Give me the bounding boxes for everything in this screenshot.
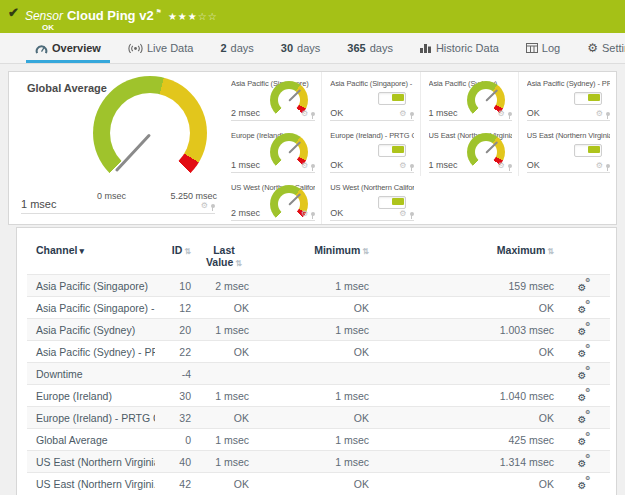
cell-minimum: 1 msec (253, 429, 373, 451)
table-row: Europe (Ireland) - PRTG Cl...32OKOKOK (27, 407, 610, 429)
status-toggle-indicator (574, 92, 602, 105)
channel-panel[interactable]: Asia Pacific (Singapore)2 msec⚙ (223, 72, 321, 124)
gear-icon[interactable]: ⚙ (596, 110, 603, 118)
tab-historic-data[interactable]: Historic Data (411, 33, 508, 63)
gear-icon[interactable]: ⚙ (498, 162, 505, 170)
table-row: Downtime-4 (27, 363, 610, 385)
channel-panel-value-row: 1 msec⚙ (429, 160, 512, 173)
pin-icon[interactable] (508, 164, 512, 168)
status-toggle-indicator (378, 144, 406, 157)
cell-id: 22 (155, 341, 195, 363)
pin-icon[interactable] (311, 212, 315, 216)
channel-panel-value: OK (527, 160, 540, 170)
pin-icon[interactable] (410, 212, 414, 216)
main-gauge-title: Global Average (27, 82, 107, 94)
channel-settings-gears-icon[interactable] (578, 411, 591, 422)
gear-icon[interactable]: ⚙ (301, 110, 308, 118)
channel-settings-gears-icon[interactable] (578, 389, 591, 400)
channel-settings-gears-icon[interactable] (578, 323, 591, 334)
channel-panel-value-row: 2 msec⚙ (231, 108, 315, 121)
channel-panel-value-row: OK⚙ (527, 160, 610, 173)
gear-icon[interactable]: ⚙ (596, 162, 603, 170)
gear-icon[interactable]: ⚙ (399, 110, 406, 118)
table-row: Global Average01 msec1 msec425 msec (27, 429, 610, 451)
sensor-status-badge: OK (42, 23, 218, 32)
column-header-minimum[interactable]: Minimum⇅ (253, 242, 373, 275)
pin-icon[interactable] (606, 112, 610, 116)
cell-last-value: OK (195, 297, 253, 319)
gear-icon[interactable]: ⚙ (301, 162, 308, 170)
channel-panel[interactable]: US West (Northern California)2 msec⚙ (223, 176, 321, 224)
pin-icon[interactable] (508, 112, 512, 116)
cell-last-value: 1 msec (195, 451, 253, 473)
channel-panel[interactable]: Asia Pacific (Sydney) - PRTG ...OK⚙ (518, 72, 616, 124)
sort-icon: ⇅ (184, 247, 191, 256)
chart-icon (420, 43, 432, 53)
tab-number: 30 (281, 42, 293, 54)
gauge-needle (289, 141, 302, 154)
table-row: US East (Northern Virginia)401 msec1 mse… (27, 451, 610, 473)
gear-icon[interactable]: ⚙ (201, 202, 208, 210)
channel-panel[interactable]: Asia Pacific (Singapore) - PR...OK⚙ (321, 72, 419, 124)
channel-panel-value: 2 msec (231, 108, 260, 118)
toggle-knob (588, 94, 600, 101)
pin-icon[interactable] (311, 112, 315, 116)
cell-id: -4 (155, 363, 195, 385)
channel-settings-gears-icon[interactable] (578, 279, 591, 290)
channel-panel-value: 1 msec (429, 108, 458, 118)
tab-365-days[interactable]: 365days (338, 33, 402, 63)
toggle-knob (392, 198, 404, 205)
channel-panel[interactable]: US East (Northern Virginia) - ...OK⚙ (518, 124, 616, 176)
gear-icon[interactable]: ⚙ (301, 210, 308, 218)
channel-settings-gears-icon[interactable] (578, 345, 591, 356)
tab-log[interactable]: Log (517, 33, 569, 63)
channel-settings-gears-icon[interactable] (578, 477, 591, 488)
cell-last-value: 1 msec (195, 429, 253, 451)
column-header-id[interactable]: ID⇅ (155, 242, 195, 275)
status-toggle-indicator (574, 144, 602, 157)
pin-icon[interactable] (311, 164, 315, 168)
flag-icon[interactable]: ⚑ (156, 8, 162, 15)
channel-settings-gears-icon[interactable] (578, 455, 591, 466)
cell-id: 0 (155, 429, 195, 451)
pin-icon[interactable] (211, 204, 215, 208)
channel-panel[interactable]: US East (Northern Virginia)1 msec⚙ (420, 124, 518, 176)
cell-last-value: 2 msec (195, 275, 253, 297)
tab-label: Log (542, 42, 560, 54)
pin-icon[interactable] (410, 164, 414, 168)
pin-icon[interactable] (606, 164, 610, 168)
gauge-needle (485, 141, 498, 154)
tab-label: days (297, 42, 320, 54)
column-header-maximum[interactable]: Maximum⇅ (373, 242, 558, 275)
signal-icon (128, 43, 143, 53)
gear-icon[interactable]: ⚙ (399, 210, 406, 218)
pin-icon[interactable] (410, 112, 414, 116)
priority-stars[interactable]: ★★★☆☆ (168, 6, 218, 23)
channel-panel[interactable]: US West (Northern California)...OK⚙ (321, 176, 419, 224)
gear-icon[interactable]: ⚙ (399, 162, 406, 170)
tab-30-days[interactable]: 30days (272, 33, 330, 63)
stars-empty-icon[interactable]: ☆☆ (198, 11, 218, 22)
channel-panel[interactable]: Europe (Ireland) - PRTG Cloud...OK⚙ (321, 124, 419, 176)
tab-overview[interactable]: Overview (26, 33, 110, 63)
column-header-last-value[interactable]: Last Value⇅ (195, 242, 253, 275)
gear-icon[interactable]: ⚙ (498, 110, 505, 118)
sort-icon: ⇅ (362, 247, 369, 256)
cell-channel: Asia Pacific (Sydney) - PR... (27, 341, 155, 363)
stars-filled-icon[interactable]: ★★★ (168, 11, 198, 22)
channel-settings-gears-icon[interactable] (578, 301, 591, 312)
channel-panel-value-row: 1 msec⚙ (429, 108, 512, 121)
channel-settings-gears-icon[interactable] (578, 433, 591, 444)
table-row: Asia Pacific (Sydney) - PR...22OKOKOK (27, 341, 610, 363)
channel-panel[interactable]: Asia Pacific (Sydney)1 msec⚙ (420, 72, 518, 124)
status-toggle-indicator (378, 92, 406, 105)
main-gauge (93, 76, 207, 190)
tab-settings[interactable]: ⚙Settings (578, 33, 625, 63)
tab-live-data[interactable]: Live Data (119, 33, 202, 63)
channel-settings-gears-icon[interactable] (578, 367, 591, 378)
channel-panel[interactable]: Europe (Ireland)1 msec⚙ (223, 124, 321, 176)
tab-2-days[interactable]: 2days (211, 33, 262, 63)
column-header-channel[interactable]: Channel▾ (27, 242, 155, 275)
global-average-panel[interactable]: Global Average 0 msec 5.250 msec 1 msec … (9, 72, 223, 224)
cell-id: 20 (155, 319, 195, 341)
